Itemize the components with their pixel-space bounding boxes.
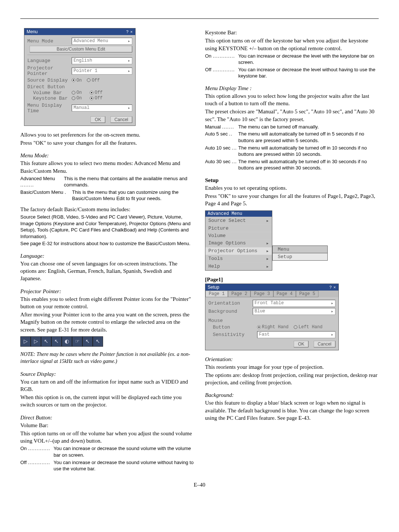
menu-dialog-title: Menu (27, 29, 38, 34)
intro-text-1: Allows you to set preferences for the on… (20, 131, 194, 138)
menu-item-image-options[interactable]: Image Options▸ (205, 239, 272, 247)
setup-tabs: Page 1 Page 2 Page 3 Page 4 Page 5 (205, 291, 338, 297)
pointer-label: Projector Pointer (27, 65, 72, 76)
dropdown-icon: ▸ (128, 58, 130, 64)
mdt-a5-term: Auto 5 sec .. (205, 131, 238, 144)
orientation-select[interactable]: Front Table▸ (253, 300, 335, 307)
page-number: E–40 (20, 482, 379, 488)
factory-default-list: Source Select (RGB, Video, S-Video and P… (20, 214, 194, 240)
vb-off-def: You can increase or decrease the sound v… (54, 459, 194, 472)
keystone-bar-on-radio[interactable]: On (72, 96, 82, 101)
volume-bar-off-radio[interactable]: Off (90, 90, 103, 95)
menu-item-help[interactable]: Help▸ (205, 262, 272, 270)
language-select[interactable]: English▸ (72, 57, 132, 64)
mouse-group-label: Mouse (208, 318, 253, 323)
see-e32: See page E-32 for instructions about how… (20, 240, 194, 247)
setup-dialog-titlebar: Setup ? × (205, 284, 338, 291)
menu-mode-desc: This feature allows you to select two me… (20, 159, 194, 175)
mdt-p2: The preset choices are "Manual", "Auto 5… (205, 108, 379, 123)
language-heading: Language: (20, 253, 194, 259)
menu-display-time-heading: Menu Display Time : (205, 85, 379, 92)
mdt-manual-def: The menu can be turned off manually. (238, 124, 379, 130)
projector-pointer-heading: Projector Pointer: (20, 288, 194, 295)
mouse-button-label: Button (208, 325, 257, 330)
sensitivity-select[interactable]: Fast▸ (257, 331, 335, 338)
menu-dialog-titlebar: Menu ? × (24, 28, 135, 35)
submenu-item-menu[interactable]: Menu (272, 246, 328, 253)
submenu-arrow-icon: ▸ (266, 264, 269, 270)
tab-page2[interactable]: Page 2 (228, 291, 250, 297)
menu-item-projector-options[interactable]: Projector Options▸ (205, 247, 272, 255)
submenu-item-setup[interactable]: Setup (272, 253, 328, 261)
ok-button[interactable]: OK (91, 116, 105, 123)
orientation-p2: The options are: desktop front projectio… (205, 371, 379, 387)
menu-mode-label: Menu Mode (27, 38, 72, 44)
menu-item-source-select[interactable]: Source Select▸ (205, 217, 272, 224)
keystone-bar-off-radio[interactable]: Off (90, 96, 103, 101)
background-heading: Background: (205, 392, 379, 398)
menu-display-time-select[interactable]: Manual▸ (72, 104, 132, 111)
setup-ok-button[interactable]: OK (294, 341, 308, 347)
setup-heading: Setup (205, 177, 379, 183)
source-display-label: Source Display (27, 78, 72, 83)
tab-page1[interactable]: Page 1 (205, 291, 228, 297)
keystone-bar-sub: Keystone Bar: (205, 29, 379, 36)
source-display-off-radio[interactable]: Off (87, 78, 100, 83)
dropdown-icon: ▸ (128, 38, 130, 44)
submenu-arrow-icon: ▸ (266, 218, 269, 224)
tab-page5[interactable]: Page 5 (296, 291, 318, 297)
advanced-menu: Advanced Menu Source Select▸ Picture Vol… (205, 210, 272, 271)
source-display-p2: When this option is on, the current inpu… (20, 394, 194, 409)
source-display-on-radio[interactable]: On (72, 78, 82, 83)
mdt-a10-def: The menu will automatically be turned of… (238, 145, 379, 158)
projector-pointer-p1: This enables you to select from eight di… (20, 295, 194, 310)
mouse-left-hand-radio[interactable]: Left Hand (294, 325, 323, 330)
mouse-right-hand-radio[interactable]: Right Hand (257, 325, 289, 330)
setup-dialog: Setup ? × Page 1 Page 2 Page 3 Page 4 Pa… (205, 284, 339, 350)
mdt-p1: This option allows you to select how lon… (205, 92, 379, 107)
setup-dialog-title: Setup (208, 285, 219, 290)
pointer-icon-2: ▷ (31, 336, 41, 347)
pointer-select[interactable]: Pointer 1▸ (72, 68, 132, 75)
pointer-icon-3: ↖ (41, 336, 51, 347)
pointer-icon-8: ↖ (93, 336, 103, 347)
kb-off-term: Off ............. (205, 66, 238, 79)
language-label: Language (27, 58, 72, 64)
language-desc: You can choose one of seven languages fo… (20, 260, 194, 282)
page1-heading: [Page1] (205, 277, 379, 283)
window-buttons[interactable]: ? × (126, 30, 133, 34)
menu-mode-select[interactable]: Advanced Menu▸ (72, 38, 132, 45)
window-buttons[interactable]: ? × (329, 285, 336, 289)
submenu-arrow-icon: ▸ (266, 240, 269, 246)
intro-text-2: Press "OK" to save your changes for all … (20, 139, 194, 147)
sensitivity-label: Sensitivity (208, 332, 257, 337)
advanced-menu-cascade: Advanced Menu Source Select▸ Picture Vol… (205, 210, 379, 271)
volume-bar-on-radio[interactable]: On (72, 90, 82, 95)
menu-item-volume[interactable]: Volume (205, 232, 272, 239)
mdt-a10-term: Auto 10 sec ... (205, 145, 238, 158)
submenu-arrow-icon: ▸ (266, 256, 269, 262)
basic-custom-edit-button[interactable]: Basic/Custom Menu Edit (30, 46, 132, 52)
dropdown-icon: ▸ (128, 105, 130, 111)
vb-off-term: Off ............. (20, 459, 54, 472)
cancel-button[interactable]: Cancel (110, 116, 132, 123)
pointer-icon-6: ☞ (72, 336, 82, 347)
vb-on-def: You can increase or decrease the sound v… (54, 445, 194, 458)
background-select[interactable]: Blue▸ (253, 308, 335, 315)
mdt-a30-term: Auto 30 sec ... (205, 158, 238, 171)
pointer-icon-row: ▷ ▷ ↖ ↖ ◐ ☞ ↖ ↖ (20, 336, 194, 347)
setup-cancel-button[interactable]: Cancel (314, 341, 335, 347)
menu-item-tools[interactable]: Tools▸ (205, 255, 272, 262)
tab-page4[interactable]: Page 4 (273, 291, 296, 297)
pointer-icon-5: ◐ (62, 336, 72, 347)
bc-menu-def: This is the menu that you can customize … (72, 189, 194, 202)
source-display-heading: Source Display: (20, 371, 194, 377)
tab-page3[interactable]: Page 3 (250, 291, 273, 297)
vb-on-term: On ............. (20, 445, 54, 458)
source-display-p1: You can turn on and off the information … (20, 378, 194, 393)
menu-item-picture[interactable]: Picture (205, 224, 272, 232)
mdt-a5-def: The menu will automatically be turned of… (238, 131, 379, 144)
menu-display-time-label: Menu Display Time (27, 103, 72, 114)
submenu-arrow-icon: ▸ (266, 248, 269, 254)
orientation-heading: Orientation: (205, 356, 379, 363)
